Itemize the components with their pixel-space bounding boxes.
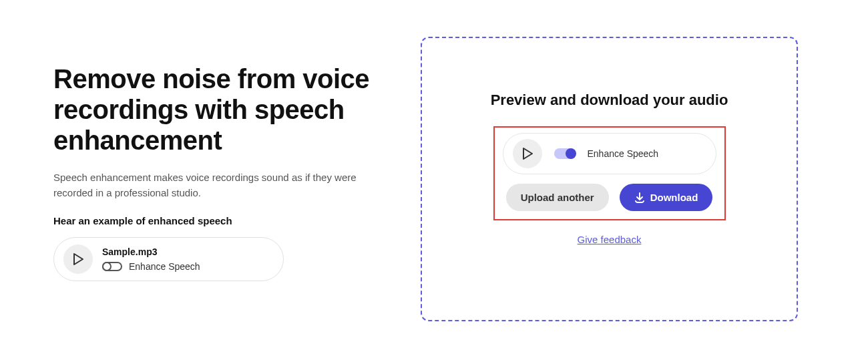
sample-toggle-row: Enhance Speech	[102, 261, 200, 272]
sample-info: Sample.mp3 Enhance Speech	[102, 246, 200, 272]
download-button[interactable]: Download	[620, 184, 713, 211]
button-row: Upload another Download	[503, 184, 716, 211]
play-icon	[73, 253, 83, 265]
preview-play-button[interactable]	[513, 139, 542, 168]
sample-toggle-label: Enhance Speech	[129, 261, 200, 272]
upload-another-label: Upload another	[521, 192, 594, 203]
download-icon	[634, 192, 645, 203]
preview-title: Preview and download your audio	[491, 92, 728, 109]
sample-filename: Sample.mp3	[102, 246, 200, 257]
page-description: Speech enhancement makes voice recording…	[53, 170, 367, 200]
sample-audio-card: Sample.mp3 Enhance Speech	[53, 237, 284, 281]
give-feedback-link[interactable]: Give feedback	[578, 234, 642, 245]
preview-enhance-toggle[interactable]	[554, 148, 576, 159]
download-label: Download	[650, 192, 698, 203]
left-column: Remove noise from voice recordings with …	[53, 37, 381, 321]
example-heading: Hear an example of enhanced speech	[53, 215, 381, 226]
page-title: Remove noise from voice recordings with …	[53, 63, 381, 156]
sample-play-button[interactable]	[63, 244, 93, 274]
sample-enhance-toggle[interactable]	[102, 262, 122, 271]
svg-marker-0	[74, 254, 83, 265]
svg-marker-1	[523, 148, 532, 159]
preview-audio-card: Enhance Speech	[503, 133, 716, 174]
upload-another-button[interactable]: Upload another	[506, 184, 609, 211]
preview-panel: Preview and download your audio Enhance …	[421, 37, 798, 321]
highlight-box: Enhance Speech Upload another Download	[493, 126, 726, 220]
preview-toggle-label: Enhance Speech	[588, 148, 659, 159]
play-icon	[522, 148, 533, 160]
